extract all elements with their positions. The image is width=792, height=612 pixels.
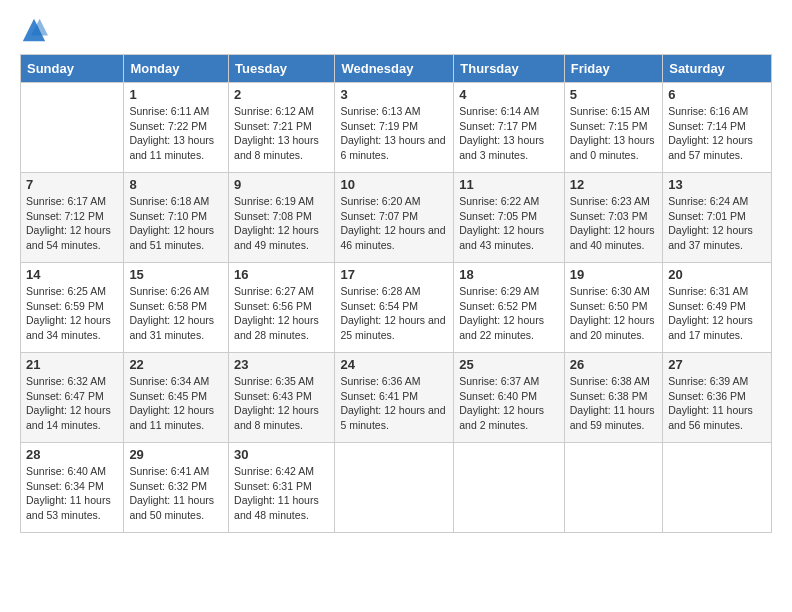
calendar-cell: 27Sunrise: 6:39 AM Sunset: 6:36 PM Dayli… (663, 353, 772, 443)
calendar-cell: 23Sunrise: 6:35 AM Sunset: 6:43 PM Dayli… (229, 353, 335, 443)
calendar-cell: 12Sunrise: 6:23 AM Sunset: 7:03 PM Dayli… (564, 173, 662, 263)
calendar-cell: 6Sunrise: 6:16 AM Sunset: 7:14 PM Daylig… (663, 83, 772, 173)
cell-content: Sunrise: 6:27 AM Sunset: 6:56 PM Dayligh… (234, 284, 329, 343)
cell-content: Sunrise: 6:26 AM Sunset: 6:58 PM Dayligh… (129, 284, 223, 343)
calendar-cell (663, 443, 772, 533)
day-number: 27 (668, 357, 766, 372)
calendar-cell: 18Sunrise: 6:29 AM Sunset: 6:52 PM Dayli… (454, 263, 565, 353)
calendar-cell: 30Sunrise: 6:42 AM Sunset: 6:31 PM Dayli… (229, 443, 335, 533)
cell-content: Sunrise: 6:25 AM Sunset: 6:59 PM Dayligh… (26, 284, 118, 343)
day-number: 20 (668, 267, 766, 282)
day-number: 23 (234, 357, 329, 372)
day-number: 8 (129, 177, 223, 192)
calendar-cell (564, 443, 662, 533)
day-number: 9 (234, 177, 329, 192)
cell-content: Sunrise: 6:38 AM Sunset: 6:38 PM Dayligh… (570, 374, 657, 433)
cell-content: Sunrise: 6:40 AM Sunset: 6:34 PM Dayligh… (26, 464, 118, 523)
calendar-cell: 5Sunrise: 6:15 AM Sunset: 7:15 PM Daylig… (564, 83, 662, 173)
calendar-day-header: Thursday (454, 55, 565, 83)
day-number: 28 (26, 447, 118, 462)
calendar-cell (21, 83, 124, 173)
day-number: 5 (570, 87, 657, 102)
day-number: 25 (459, 357, 559, 372)
page-header (20, 16, 772, 44)
cell-content: Sunrise: 6:29 AM Sunset: 6:52 PM Dayligh… (459, 284, 559, 343)
cell-content: Sunrise: 6:34 AM Sunset: 6:45 PM Dayligh… (129, 374, 223, 433)
cell-content: Sunrise: 6:14 AM Sunset: 7:17 PM Dayligh… (459, 104, 559, 163)
day-number: 19 (570, 267, 657, 282)
calendar-cell: 16Sunrise: 6:27 AM Sunset: 6:56 PM Dayli… (229, 263, 335, 353)
calendar-cell: 9Sunrise: 6:19 AM Sunset: 7:08 PM Daylig… (229, 173, 335, 263)
day-number: 15 (129, 267, 223, 282)
calendar-cell: 17Sunrise: 6:28 AM Sunset: 6:54 PM Dayli… (335, 263, 454, 353)
cell-content: Sunrise: 6:24 AM Sunset: 7:01 PM Dayligh… (668, 194, 766, 253)
calendar-week-row: 21Sunrise: 6:32 AM Sunset: 6:47 PM Dayli… (21, 353, 772, 443)
cell-content: Sunrise: 6:28 AM Sunset: 6:54 PM Dayligh… (340, 284, 448, 343)
day-number: 11 (459, 177, 559, 192)
calendar-cell: 21Sunrise: 6:32 AM Sunset: 6:47 PM Dayli… (21, 353, 124, 443)
calendar-header-row: SundayMondayTuesdayWednesdayThursdayFrid… (21, 55, 772, 83)
day-number: 4 (459, 87, 559, 102)
cell-content: Sunrise: 6:37 AM Sunset: 6:40 PM Dayligh… (459, 374, 559, 433)
cell-content: Sunrise: 6:35 AM Sunset: 6:43 PM Dayligh… (234, 374, 329, 433)
calendar-cell: 29Sunrise: 6:41 AM Sunset: 6:32 PM Dayli… (124, 443, 229, 533)
calendar-week-row: 7Sunrise: 6:17 AM Sunset: 7:12 PM Daylig… (21, 173, 772, 263)
calendar-day-header: Saturday (663, 55, 772, 83)
calendar-cell: 4Sunrise: 6:14 AM Sunset: 7:17 PM Daylig… (454, 83, 565, 173)
calendar-cell: 28Sunrise: 6:40 AM Sunset: 6:34 PM Dayli… (21, 443, 124, 533)
cell-content: Sunrise: 6:12 AM Sunset: 7:21 PM Dayligh… (234, 104, 329, 163)
cell-content: Sunrise: 6:16 AM Sunset: 7:14 PM Dayligh… (668, 104, 766, 163)
cell-content: Sunrise: 6:20 AM Sunset: 7:07 PM Dayligh… (340, 194, 448, 253)
day-number: 3 (340, 87, 448, 102)
day-number: 1 (129, 87, 223, 102)
day-number: 10 (340, 177, 448, 192)
calendar-cell (454, 443, 565, 533)
day-number: 24 (340, 357, 448, 372)
calendar-cell: 15Sunrise: 6:26 AM Sunset: 6:58 PM Dayli… (124, 263, 229, 353)
calendar-cell: 25Sunrise: 6:37 AM Sunset: 6:40 PM Dayli… (454, 353, 565, 443)
day-number: 16 (234, 267, 329, 282)
day-number: 30 (234, 447, 329, 462)
day-number: 7 (26, 177, 118, 192)
calendar-cell: 3Sunrise: 6:13 AM Sunset: 7:19 PM Daylig… (335, 83, 454, 173)
day-number: 26 (570, 357, 657, 372)
cell-content: Sunrise: 6:23 AM Sunset: 7:03 PM Dayligh… (570, 194, 657, 253)
calendar-day-header: Monday (124, 55, 229, 83)
calendar-cell: 1Sunrise: 6:11 AM Sunset: 7:22 PM Daylig… (124, 83, 229, 173)
calendar-cell (335, 443, 454, 533)
day-number: 17 (340, 267, 448, 282)
cell-content: Sunrise: 6:22 AM Sunset: 7:05 PM Dayligh… (459, 194, 559, 253)
cell-content: Sunrise: 6:18 AM Sunset: 7:10 PM Dayligh… (129, 194, 223, 253)
cell-content: Sunrise: 6:32 AM Sunset: 6:47 PM Dayligh… (26, 374, 118, 433)
cell-content: Sunrise: 6:17 AM Sunset: 7:12 PM Dayligh… (26, 194, 118, 253)
calendar-cell: 10Sunrise: 6:20 AM Sunset: 7:07 PM Dayli… (335, 173, 454, 263)
calendar-cell: 24Sunrise: 6:36 AM Sunset: 6:41 PM Dayli… (335, 353, 454, 443)
cell-content: Sunrise: 6:36 AM Sunset: 6:41 PM Dayligh… (340, 374, 448, 433)
calendar-day-header: Tuesday (229, 55, 335, 83)
calendar-week-row: 14Sunrise: 6:25 AM Sunset: 6:59 PM Dayli… (21, 263, 772, 353)
cell-content: Sunrise: 6:39 AM Sunset: 6:36 PM Dayligh… (668, 374, 766, 433)
calendar-cell: 22Sunrise: 6:34 AM Sunset: 6:45 PM Dayli… (124, 353, 229, 443)
day-number: 22 (129, 357, 223, 372)
day-number: 21 (26, 357, 118, 372)
calendar-cell: 11Sunrise: 6:22 AM Sunset: 7:05 PM Dayli… (454, 173, 565, 263)
cell-content: Sunrise: 6:31 AM Sunset: 6:49 PM Dayligh… (668, 284, 766, 343)
day-number: 14 (26, 267, 118, 282)
calendar-cell: 20Sunrise: 6:31 AM Sunset: 6:49 PM Dayli… (663, 263, 772, 353)
logo (20, 16, 52, 44)
calendar-day-header: Friday (564, 55, 662, 83)
calendar-cell: 19Sunrise: 6:30 AM Sunset: 6:50 PM Dayli… (564, 263, 662, 353)
cell-content: Sunrise: 6:30 AM Sunset: 6:50 PM Dayligh… (570, 284, 657, 343)
calendar-week-row: 28Sunrise: 6:40 AM Sunset: 6:34 PM Dayli… (21, 443, 772, 533)
day-number: 13 (668, 177, 766, 192)
calendar-cell: 14Sunrise: 6:25 AM Sunset: 6:59 PM Dayli… (21, 263, 124, 353)
calendar-day-header: Wednesday (335, 55, 454, 83)
cell-content: Sunrise: 6:11 AM Sunset: 7:22 PM Dayligh… (129, 104, 223, 163)
cell-content: Sunrise: 6:41 AM Sunset: 6:32 PM Dayligh… (129, 464, 223, 523)
calendar-table: SundayMondayTuesdayWednesdayThursdayFrid… (20, 54, 772, 533)
logo-icon (20, 16, 48, 44)
cell-content: Sunrise: 6:13 AM Sunset: 7:19 PM Dayligh… (340, 104, 448, 163)
calendar-cell: 26Sunrise: 6:38 AM Sunset: 6:38 PM Dayli… (564, 353, 662, 443)
cell-content: Sunrise: 6:19 AM Sunset: 7:08 PM Dayligh… (234, 194, 329, 253)
day-number: 12 (570, 177, 657, 192)
